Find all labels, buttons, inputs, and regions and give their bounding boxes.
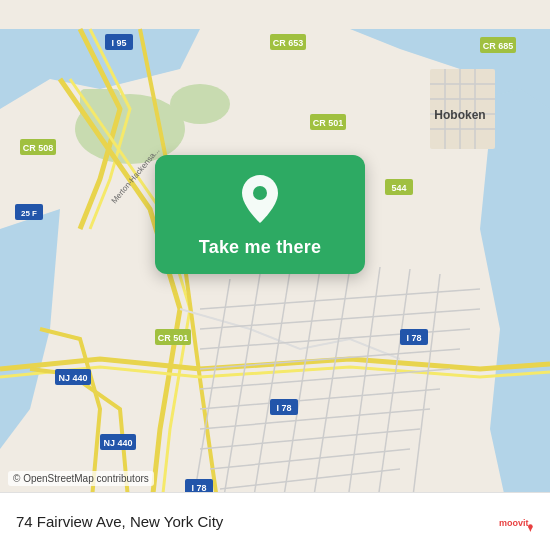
svg-point-2 bbox=[170, 84, 230, 124]
map-background: I 95 CR 653 CR 685 CR 508 CR 501 544 25 … bbox=[0, 0, 550, 550]
svg-text:NJ 440: NJ 440 bbox=[58, 373, 87, 383]
svg-text:CR 501: CR 501 bbox=[313, 118, 344, 128]
location-pin-icon bbox=[238, 173, 282, 229]
svg-text:CR 501: CR 501 bbox=[158, 333, 189, 343]
svg-text:I 78: I 78 bbox=[406, 333, 421, 343]
bottom-bar: 74 Fairview Ave, New York City moovit bbox=[0, 492, 550, 550]
svg-text:CR 653: CR 653 bbox=[273, 38, 304, 48]
address-label: 74 Fairview Ave, New York City bbox=[16, 513, 223, 530]
svg-text:25 F: 25 F bbox=[21, 209, 37, 218]
moovit-logo-icon: moovit bbox=[498, 504, 534, 540]
svg-text:I 78: I 78 bbox=[276, 403, 291, 413]
svg-text:NJ 440: NJ 440 bbox=[103, 438, 132, 448]
take-me-there-button[interactable]: Take me there bbox=[199, 237, 321, 258]
svg-text:Hoboken: Hoboken bbox=[434, 108, 485, 122]
svg-text:CR 508: CR 508 bbox=[23, 143, 54, 153]
svg-point-58 bbox=[253, 186, 267, 200]
map-container: I 95 CR 653 CR 685 CR 508 CR 501 544 25 … bbox=[0, 0, 550, 550]
svg-text:I 95: I 95 bbox=[111, 38, 126, 48]
svg-text:544: 544 bbox=[391, 183, 406, 193]
svg-text:moovit: moovit bbox=[499, 517, 529, 527]
svg-marker-61 bbox=[528, 526, 533, 531]
map-attribution: © OpenStreetMap contributors bbox=[8, 471, 154, 486]
svg-text:CR 685: CR 685 bbox=[483, 41, 514, 51]
take-me-there-card[interactable]: Take me there bbox=[155, 155, 365, 274]
moovit-logo: moovit bbox=[498, 504, 534, 540]
